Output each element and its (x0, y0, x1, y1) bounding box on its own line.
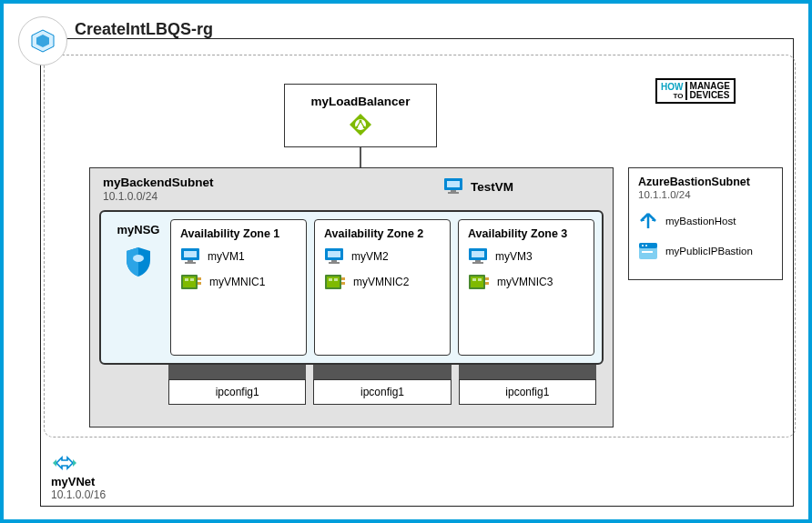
nic-label: myVMNIC3 (497, 276, 553, 288)
svg-marker-49 (56, 458, 73, 468)
svg-point-11 (133, 255, 144, 262)
svg-rect-20 (198, 277, 201, 280)
vm-label: myVM2 (351, 250, 389, 263)
svg-rect-24 (331, 260, 337, 262)
svg-rect-28 (329, 278, 332, 281)
vm-icon (468, 247, 488, 266)
public-ip-icon (638, 242, 658, 260)
svg-rect-10 (448, 192, 459, 194)
svg-rect-15 (185, 262, 196, 264)
load-balancer-box: myLoadBalancer (284, 84, 437, 147)
svg-rect-8 (447, 181, 460, 187)
nsg-container: myNSG Availability Zone 1 myVM1 myVMNIC1… (99, 210, 604, 365)
vm-label: myVM1 (208, 250, 245, 263)
zone-ipconfig-connectors (168, 365, 596, 379)
svg-marker-51 (73, 459, 76, 467)
svg-point-47 (645, 245, 647, 246)
ipconfig-box: ipconfig1 (313, 379, 451, 405)
vnet-name: myVNet (51, 475, 106, 488)
bastion-host-label: myBastionHost (665, 216, 736, 226)
svg-rect-19 (190, 278, 194, 281)
svg-rect-31 (341, 282, 345, 285)
svg-rect-29 (334, 278, 338, 281)
badge-how-to-manage-devices: HOWTO MANAGEDEVICES (655, 78, 736, 104)
svg-rect-39 (478, 278, 482, 281)
bastion-subnet-cidr: 10.1.1.0/24 (638, 189, 773, 200)
test-vm-label: TestVM (471, 180, 513, 194)
ipconfig-box: ipconfig1 (168, 379, 306, 405)
svg-rect-25 (329, 262, 340, 264)
svg-rect-21 (198, 282, 201, 285)
svg-rect-14 (188, 260, 193, 262)
svg-rect-38 (472, 278, 476, 281)
svg-rect-33 (472, 251, 484, 257)
svg-marker-50 (53, 459, 56, 467)
load-balancer-icon (348, 112, 373, 137)
svg-rect-40 (485, 277, 489, 280)
zone-title: Availability Zone 1 (180, 227, 297, 240)
connector-line (360, 147, 361, 167)
svg-rect-37 (471, 277, 483, 287)
nic-label: myVMNIC1 (209, 276, 265, 288)
zone-title: Availability Zone 2 (324, 227, 441, 240)
nic-icon (324, 273, 346, 291)
bastion-subnet: AzureBastionSubnet 10.1.1.0/24 myBastion… (628, 167, 783, 280)
svg-rect-41 (485, 282, 489, 285)
svg-point-5 (356, 126, 359, 128)
vm-icon (443, 177, 463, 196)
svg-rect-17 (183, 277, 196, 287)
bastion-host-icon (638, 211, 658, 231)
public-ip-label: myPublicIPBastion (665, 246, 753, 256)
nic-label: myVMNIC2 (353, 276, 409, 288)
vnet-icon (51, 453, 78, 473)
backend-subnet-title: myBackendSubnet (103, 176, 214, 189)
zone-title: Availability Zone 3 (468, 227, 584, 240)
svg-rect-9 (451, 190, 456, 192)
nic-icon (180, 273, 202, 291)
backend-subnet: myBackendSubnet 10.1.0.0/24 TestVM myNSG… (89, 167, 614, 427)
availability-zone-3: Availability Zone 3 myVM3 myVMNIC3 (458, 219, 594, 356)
svg-rect-34 (475, 260, 481, 262)
resource-group-icon (18, 16, 67, 65)
shield-icon (124, 246, 153, 278)
svg-rect-48 (642, 251, 653, 253)
backend-subnet-cidr: 10.1.0.0/24 (103, 190, 214, 203)
svg-rect-35 (472, 262, 483, 264)
availability-zone-2: Availability Zone 2 myVM2 myVMNIC2 (314, 219, 451, 356)
svg-rect-30 (341, 277, 345, 280)
load-balancer-label: myLoadBalancer (311, 95, 411, 108)
vnet-cidr: 10.1.0.0/16 (51, 488, 106, 501)
nsg-title: myNSG (112, 223, 165, 236)
svg-rect-13 (184, 251, 197, 257)
svg-rect-23 (328, 251, 340, 257)
bastion-subnet-title: AzureBastionSubnet (638, 176, 773, 188)
resource-group-title: CreateIntLBQS-rg (75, 20, 213, 39)
nic-icon (468, 273, 490, 291)
ipconfig-box: ipconfig1 (459, 379, 596, 405)
svg-rect-27 (327, 277, 340, 287)
svg-rect-18 (185, 278, 188, 281)
vm-label: myVM3 (495, 250, 533, 263)
vm-icon (180, 247, 200, 266)
availability-zone-1: Availability Zone 1 myVM1 myVMNIC1 (170, 219, 307, 356)
vm-icon (324, 247, 344, 266)
svg-point-46 (642, 245, 644, 246)
svg-point-6 (363, 126, 366, 128)
